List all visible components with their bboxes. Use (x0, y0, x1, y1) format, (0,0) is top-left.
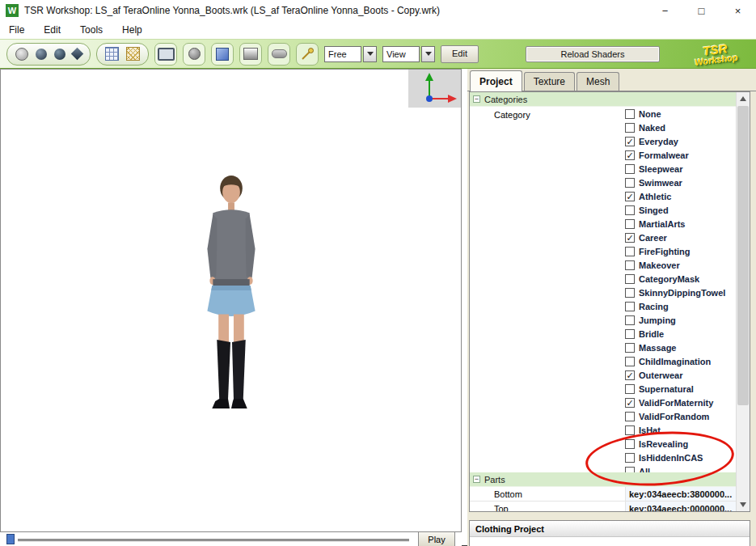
checkbox-Swimwear[interactable] (625, 178, 635, 188)
tab-texture[interactable]: Texture (524, 72, 575, 91)
category-row-Singed[interactable]: Singed (625, 203, 725, 217)
checkbox-Everyday[interactable]: ✓ (625, 137, 635, 146)
category-row-ValidForRandom[interactable]: ValidForRandom (625, 409, 725, 423)
part-row-top[interactable]: Topkey:034aeecb:0000000... (470, 502, 737, 511)
tab-mesh[interactable]: Mesh (577, 72, 619, 91)
camera-mode-dropdown-button[interactable] (363, 46, 377, 62)
category-row-Bridle[interactable]: Bridle (625, 327, 725, 341)
timeline-slider-track[interactable] (18, 539, 409, 542)
sphere-dark-icon[interactable] (54, 49, 65, 60)
checkbox-ValidForMaternity[interactable]: ✓ (625, 398, 635, 408)
timeline-slider-thumb[interactable] (6, 534, 15, 544)
category-row-Sleepwear[interactable]: Sleepwear (625, 162, 725, 176)
part-value[interactable]: key:034aeecb:0000000... (625, 502, 737, 511)
category-row-Career[interactable]: ✓Career (625, 231, 725, 244)
checkbox-Racing[interactable] (625, 302, 635, 311)
checkbox-Massage[interactable] (625, 343, 635, 353)
minimize-button[interactable]: − (647, 0, 683, 21)
3d-viewport[interactable] (0, 69, 462, 532)
checkbox-label-MartialArts: MartialArts (639, 219, 685, 229)
scroll-down-icon[interactable] (737, 498, 750, 511)
checkbox-Singed[interactable] (625, 205, 635, 215)
category-row-Supernatural[interactable]: Supernatural (625, 382, 725, 396)
menu-tools[interactable]: Tools (78, 23, 112, 37)
maximize-button[interactable]: □ (683, 0, 720, 21)
checkbox-Makeover[interactable] (625, 260, 635, 270)
sphere-icon[interactable] (36, 49, 47, 60)
category-row-Racing[interactable]: Racing (625, 299, 725, 313)
pin-button[interactable] (296, 43, 319, 66)
title-bar[interactable]: W TSR Workshop: LS_af TeraOnline Yonna_B… (0, 0, 756, 21)
category-row-Outerwear[interactable]: ✓Outerwear (625, 368, 725, 382)
menu-edit[interactable]: Edit (41, 23, 70, 37)
scrollbar-thumb[interactable] (737, 106, 749, 405)
category-row-CategoryMask[interactable]: CategoryMask (625, 272, 725, 286)
category-row-Jumping[interactable]: Jumping (625, 313, 725, 327)
grid-icon[interactable] (105, 47, 119, 61)
part-value[interactable]: key:034aeecb:3800000... (625, 487, 737, 501)
clothing-project-title: Clothing Project (470, 521, 750, 537)
category-row-Naked[interactable]: Naked (625, 121, 725, 134)
checkbox-label-Supernatural: Supernatural (639, 384, 694, 394)
menu-file[interactable]: File (6, 23, 33, 37)
checkbox-MartialArts[interactable] (625, 219, 635, 229)
category-row-MartialArts[interactable]: MartialArts (625, 217, 725, 231)
category-row-Formalwear[interactable]: ✓Formalwear (625, 148, 725, 162)
category-row-ChildImagination[interactable]: ChildImagination (625, 354, 725, 368)
checkbox-Supernatural[interactable] (625, 384, 635, 394)
category-row-SkinnyDippingTowel[interactable]: SkinnyDippingTowel (625, 286, 725, 299)
comb-button[interactable] (268, 43, 290, 66)
camera-mode-select[interactable]: Free (324, 46, 361, 62)
checkbox-Formalwear[interactable]: ✓ (625, 150, 635, 160)
tree-scrollbar[interactable] (736, 92, 750, 511)
checkbox-IsHat[interactable] (625, 425, 635, 435)
checkbox-Athletic[interactable]: ✓ (625, 192, 635, 201)
category-row-IsRevealing[interactable]: IsRevealing (625, 437, 725, 451)
checkbox-Jumping[interactable] (625, 315, 635, 325)
category-row-Swimwear[interactable]: Swimwear (625, 176, 725, 189)
checkbox-Naked[interactable] (625, 123, 635, 133)
category-row-Makeover[interactable]: Makeover (625, 258, 725, 272)
diamond-icon[interactable] (71, 48, 84, 61)
category-row-FireFighting[interactable]: FireFighting (625, 244, 725, 258)
collapse-icon[interactable]: − (473, 476, 480, 483)
tab-project[interactable]: Project (470, 70, 522, 91)
checkbox-FireFighting[interactable] (625, 247, 635, 256)
category-row-IsHat[interactable]: IsHat (625, 423, 725, 437)
category-row-None[interactable]: None (625, 107, 725, 121)
checkbox-All[interactable] (625, 467, 635, 473)
category-row-IsHiddenInCAS[interactable]: IsHiddenInCAS (625, 451, 725, 464)
view-mode-select[interactable]: View (382, 46, 420, 62)
move-cube-button[interactable] (211, 43, 234, 66)
checkbox-Bridle[interactable] (625, 329, 635, 339)
checkbox-Career[interactable]: ✓ (625, 233, 635, 243)
scroll-up-icon[interactable] (737, 92, 750, 105)
checkbox-Outerwear[interactable]: ✓ (625, 370, 635, 380)
checkbox-ValidForRandom[interactable] (625, 412, 635, 421)
sphere-view-button[interactable] (183, 43, 205, 66)
category-row-All[interactable]: All (625, 464, 725, 472)
checkbox-IsHiddenInCAS[interactable] (625, 453, 635, 463)
checkbox-SkinnyDippingTowel[interactable] (625, 288, 635, 298)
reload-shaders-button[interactable]: Reload Shaders (526, 46, 660, 62)
flat-circle-icon[interactable] (15, 48, 28, 61)
edit-button[interactable]: Edit (441, 45, 479, 63)
checkbox-CategoryMask[interactable] (625, 274, 635, 284)
category-row-ValidForMaternity[interactable]: ✓ValidForMaternity (625, 396, 725, 409)
view-mode-dropdown-button[interactable] (421, 46, 435, 62)
mesh-grid-icon[interactable] (126, 47, 140, 61)
checkbox-IsRevealing[interactable] (625, 439, 635, 449)
monitor-button[interactable] (154, 43, 177, 66)
category-row-Massage[interactable]: Massage (625, 341, 725, 354)
play-button[interactable]: Play (418, 531, 455, 546)
collapse-icon[interactable]: − (473, 95, 480, 103)
checkbox-ChildImagination[interactable] (625, 357, 635, 366)
part-row-bottom[interactable]: Bottomkey:034aeecb:3800000... (470, 487, 737, 502)
menu-help[interactable]: Help (120, 23, 151, 37)
category-row-Everyday[interactable]: ✓Everyday (625, 134, 725, 148)
category-row-Athletic[interactable]: ✓Athletic (625, 189, 725, 203)
close-button[interactable]: × (720, 0, 756, 21)
checkbox-Sleepwear[interactable] (625, 164, 635, 174)
texture-button[interactable] (239, 43, 262, 66)
checkbox-None[interactable] (625, 109, 635, 119)
